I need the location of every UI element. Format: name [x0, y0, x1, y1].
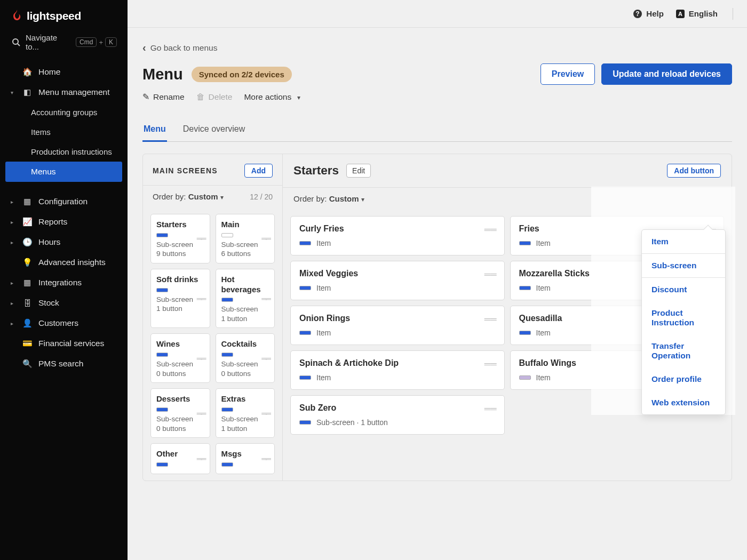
drag-handle-icon[interactable]: ══	[484, 315, 497, 324]
card-title: Cocktails	[221, 339, 269, 349]
logo: lightspeed	[0, 0, 128, 30]
item-card[interactable]: Spinach & Artichoke Dip Item ══	[290, 350, 505, 390]
drag-handle-icon[interactable]: ══	[261, 354, 270, 363]
item-card[interactable]: Onion Rings Item ══	[290, 306, 505, 345]
screen-card[interactable]: Extras Sub-screen1 button ══	[216, 388, 275, 438]
chart-icon: 📈	[22, 217, 32, 227]
item-card[interactable]: Mixed Veggies Item ══	[290, 261, 505, 300]
nav-integrations[interactable]: ▸▦Integrations	[0, 273, 128, 293]
edit-screen-button[interactable]: Edit	[346, 164, 371, 178]
screen-card[interactable]: Cocktails Sub-screen0 buttons ══	[216, 333, 275, 383]
color-chip	[221, 298, 233, 302]
chevron-right-icon: ▸	[11, 219, 13, 225]
color-chip	[156, 407, 168, 412]
trash-icon: 🗑	[196, 92, 205, 102]
nav-search[interactable]: Navigate to... Cmd + K	[0, 30, 128, 58]
screen-card[interactable]: Soft drinks Sub-screen1 button ══	[150, 269, 210, 329]
dropdown-item[interactable]: Order profile	[642, 367, 725, 391]
screen-card[interactable]: Hot beverages Sub-screen1 button ══	[216, 269, 275, 329]
chevron-right-icon: ▸	[11, 199, 13, 205]
back-link[interactable]: Go back to menus	[142, 38, 732, 63]
color-chip	[519, 241, 531, 245]
color-chip	[299, 286, 311, 290]
search-icon	[12, 38, 20, 46]
nav-hours[interactable]: ▸🕒Hours	[0, 232, 128, 252]
nav-reports[interactable]: ▸📈Reports	[0, 212, 128, 232]
order-row-right[interactable]: Order by: Custom	[283, 187, 732, 210]
order-row-left[interactable]: Order by: Custom 12 / 20	[143, 185, 282, 207]
title-actions: Preview Update and reload devices	[541, 63, 732, 85]
screen-card[interactable]: Wines Sub-screen0 buttons ══	[150, 333, 210, 383]
drag-handle-icon[interactable]: ══	[484, 225, 497, 235]
nav-production-instructions[interactable]: Production instructions	[0, 142, 128, 162]
nav-list: 🏠Home ▾◧Menu management Accounting group…	[0, 58, 128, 182]
kbd-hint: Cmd + K	[76, 37, 117, 47]
sidebar: lightspeed Navigate to... Cmd + K 🏠Home …	[0, 0, 128, 560]
dropdown-item[interactable]: Sub-screen	[642, 253, 725, 277]
nav-financial[interactable]: 💳Financial services	[0, 333, 128, 354]
item-meta: Item	[299, 284, 496, 292]
chevron-right-icon: ▸	[11, 321, 13, 326]
more-actions[interactable]: More actions	[244, 92, 300, 102]
preview-button[interactable]: Preview	[541, 63, 595, 85]
item-card[interactable]: Sub Zero Sub-screen · 1 button ══	[290, 395, 505, 435]
clock-icon: 🕒	[22, 237, 32, 247]
nav-accounting-groups[interactable]: Accounting groups	[0, 102, 128, 122]
tab-menu[interactable]: Menu	[142, 118, 167, 142]
color-chip	[299, 241, 311, 245]
drag-handle-icon[interactable]: ══	[197, 354, 205, 363]
nav-menu-management[interactable]: ▾◧Menu management	[0, 82, 128, 102]
drag-handle-icon[interactable]: ══	[484, 404, 497, 414]
tab-device-overview[interactable]: Device overview	[182, 118, 246, 141]
drag-handle-icon[interactable]: ══	[261, 409, 270, 418]
drag-handle-icon[interactable]: ══	[197, 234, 205, 243]
screen-title: Starters	[293, 164, 339, 178]
drag-handle-icon[interactable]: ══	[261, 454, 270, 463]
item-card[interactable]: Curly Fries Item ══	[290, 216, 505, 255]
drag-handle-icon[interactable]: ══	[197, 454, 205, 463]
dropdown-item[interactable]: Item	[642, 230, 725, 253]
nav-menus[interactable]: Menus	[5, 162, 122, 182]
screen-card[interactable]: Starters Sub-screen9 buttons ══	[150, 214, 210, 263]
drag-handle-icon[interactable]: ══	[261, 234, 270, 243]
drag-handle-icon[interactable]: ══	[484, 270, 497, 279]
item-title: Spinach & Artichoke Dip	[299, 358, 496, 368]
add-button-button[interactable]: Add button	[667, 164, 721, 178]
caret-down-icon	[295, 92, 300, 102]
dropdown-item[interactable]: Product Instruction	[642, 301, 725, 334]
nav-customers[interactable]: ▸👤Customers	[0, 313, 128, 333]
drag-handle-icon[interactable]: ══	[484, 359, 497, 369]
item-meta: Sub-screen · 1 button	[299, 418, 496, 427]
drag-handle-icon[interactable]: ══	[197, 409, 205, 418]
screen-card[interactable]: Msgs ══	[216, 443, 275, 474]
caret-down-icon	[218, 192, 224, 201]
color-chip	[299, 375, 311, 380]
screen-card[interactable]: Main Sub-screen6 buttons ══	[216, 214, 275, 263]
language-selector[interactable]: A English	[676, 9, 718, 19]
nav-items[interactable]: Items	[0, 122, 128, 142]
rename-action[interactable]: ✎Rename	[142, 92, 185, 102]
color-chip	[156, 288, 168, 292]
card-sub: Sub-screen1 button	[221, 305, 269, 323]
dropdown-item[interactable]: Transfer Operation	[642, 334, 725, 367]
screen-card[interactable]: Desserts Sub-screen0 buttons ══	[150, 388, 210, 438]
card-title: Main	[221, 220, 269, 230]
nav-stock[interactable]: ▸🗄Stock	[0, 293, 128, 313]
drag-handle-icon[interactable]: ══	[197, 294, 205, 303]
svg-text:?: ?	[636, 10, 640, 18]
dropdown-item[interactable]: Discount	[642, 277, 725, 301]
content: Go back to menus Menu Synced on 2/2 devi…	[128, 28, 747, 560]
user-icon: 👤	[22, 318, 32, 328]
drag-handle-icon[interactable]: ══	[261, 294, 270, 303]
nav-configuration[interactable]: ▸▦Configuration	[0, 191, 128, 212]
nav-insights[interactable]: 💡Advanced insights	[0, 252, 128, 273]
nav-pms[interactable]: 🔍PMS search	[0, 354, 128, 374]
screen-card[interactable]: Other ══	[150, 443, 210, 474]
add-screen-button[interactable]: Add	[244, 164, 273, 178]
nav-home[interactable]: 🏠Home	[0, 62, 128, 82]
dropdown-item[interactable]: Web extension	[642, 391, 725, 414]
sync-badge: Synced on 2/2 devices	[192, 67, 292, 82]
help-link[interactable]: ? Help	[633, 9, 664, 19]
update-devices-button[interactable]: Update and reload devices	[601, 63, 732, 85]
color-chip	[519, 375, 531, 380]
